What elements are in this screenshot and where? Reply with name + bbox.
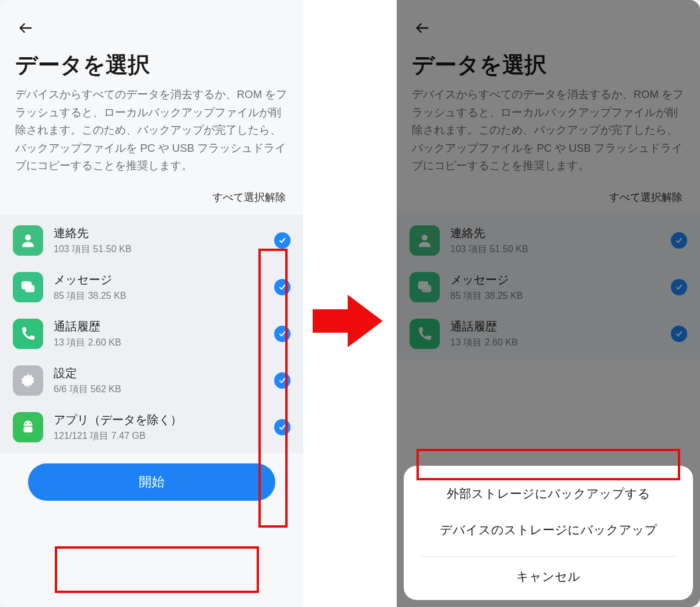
page-title: データを選択 (0, 40, 303, 86)
list-item-call-log[interactable]: 通話履歴 13 項目 2.60 KB (0, 311, 303, 357)
row-title: メッセージ (54, 272, 274, 288)
row-sub: 103 項目 51.50 KB (54, 243, 274, 256)
gear-icon (13, 365, 43, 396)
checkbox[interactable] (274, 326, 290, 342)
messages-icon (13, 272, 43, 302)
checkbox[interactable] (274, 279, 290, 295)
start-button-label: 開始 (139, 473, 164, 491)
list-item-settings[interactable]: 設定 6/6 項目 562 KB (0, 357, 303, 404)
list-item-apps[interactable]: アプリ（データを除く） 121/121 項目 7.47 GB (0, 404, 303, 451)
page-description: デバイスからすべてのデータを消去するか、ROM をフラッシュすると、ローカルバッ… (0, 86, 303, 175)
row-title: 設定 (54, 365, 274, 381)
checkbox[interactable] (274, 232, 290, 249)
start-button[interactable]: 開始 (28, 463, 275, 501)
row-sub: 13 項目 2.60 KB (54, 337, 274, 349)
checkbox[interactable] (274, 419, 290, 435)
cancel-button[interactable]: キャンセル (404, 557, 693, 589)
svg-point-5 (30, 423, 32, 424)
row-text: 連絡先 103 項目 51.50 KB (54, 225, 274, 256)
row-sub: 85 項目 38.25 KB (54, 290, 274, 302)
row-text: 設定 6/6 項目 562 KB (54, 365, 274, 396)
svg-point-4 (25, 423, 27, 424)
android-icon (13, 412, 43, 442)
checkbox[interactable] (274, 372, 290, 389)
svg-rect-2 (25, 285, 34, 292)
row-sub: 6/6 項目 562 KB (54, 383, 274, 396)
row-title: 通話履歴 (54, 319, 274, 334)
deselect-all-button[interactable]: すべて選択解除 (0, 175, 303, 215)
gap (303, 0, 397, 607)
list-item-contacts[interactable]: 連絡先 103 項目 51.50 KB (0, 217, 303, 264)
row-sub: 121/121 項目 7.47 GB (54, 430, 274, 442)
tutorial-stage: データを選択 デバイスからすべてのデータを消去するか、ROM をフラッシュすると… (0, 0, 700, 607)
phone-right: データを選択 デバイスからすべてのデータを消去するか、ROM をフラッシュすると… (397, 0, 700, 607)
option-device-storage[interactable]: デバイスのストレージにバックアップ (404, 512, 693, 553)
back-button[interactable] (14, 16, 37, 40)
contacts-icon (13, 225, 43, 256)
data-list: 連絡先 103 項目 51.50 KB メッセージ 85 項目 38.25 KB (0, 215, 303, 453)
row-text: メッセージ 85 項目 38.25 KB (54, 272, 274, 302)
row-title: アプリ（データを除く） (54, 412, 274, 428)
topbar (0, 0, 303, 40)
svg-rect-6 (24, 426, 33, 432)
backup-destination-sheet: 外部ストレージにバックアップする デバイスのストレージにバックアップ キャンセル (404, 466, 693, 600)
row-text: 通話履歴 13 項目 2.60 KB (54, 319, 274, 349)
phone-icon (13, 319, 43, 349)
option-external-storage[interactable]: 外部ストレージにバックアップする (404, 481, 693, 512)
phone-left: データを選択 デバイスからすべてのデータを消去するか、ROM をフラッシュすると… (0, 0, 303, 607)
row-text: アプリ（データを除く） 121/121 項目 7.47 GB (54, 412, 274, 442)
list-item-messages[interactable]: メッセージ 85 項目 38.25 KB (0, 264, 303, 311)
back-arrow-icon (18, 20, 34, 36)
row-title: 連絡先 (54, 225, 274, 241)
phone-left-surface: データを選択 デバイスからすべてのデータを消去するか、ROM をフラッシュすると… (0, 0, 303, 607)
svg-point-0 (25, 235, 31, 240)
